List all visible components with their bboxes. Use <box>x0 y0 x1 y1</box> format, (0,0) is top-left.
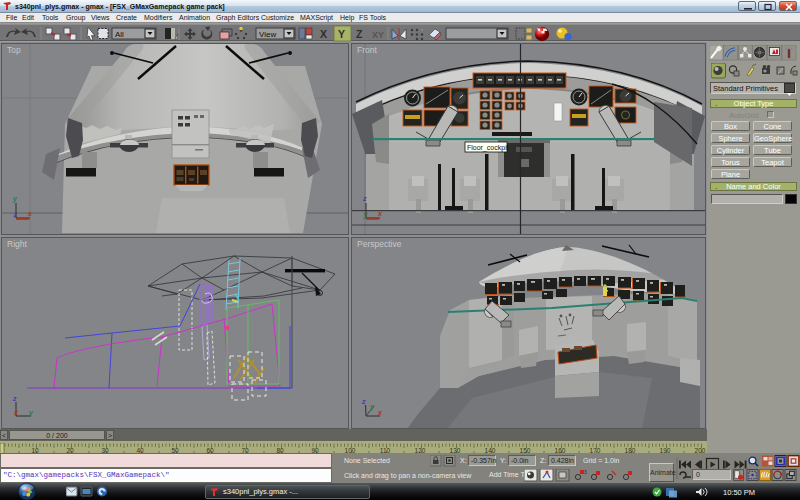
svg-text:x: x <box>377 409 383 416</box>
svg-text:z: z <box>361 398 366 405</box>
svg-text:z: z <box>13 211 18 218</box>
svg-text:y: y <box>12 195 18 203</box>
svg-text:y: y <box>28 409 34 417</box>
svg-text:z: z <box>362 195 367 202</box>
svg-text:X: X <box>320 28 327 40</box>
svg-text:Z: Z <box>356 28 363 40</box>
svg-text:x: x <box>13 409 19 416</box>
svg-text:Floor_cockpit: Floor_cockpit <box>467 144 509 152</box>
svg-text:3: 3 <box>584 469 587 475</box>
svg-text:All: All <box>115 30 124 39</box>
svg-text:Y: Y <box>338 28 345 40</box>
svg-text:XY: XY <box>372 30 384 40</box>
svg-text:View: View <box>259 30 276 39</box>
svg-text:y: y <box>369 403 375 411</box>
svg-text:z: z <box>12 395 17 402</box>
